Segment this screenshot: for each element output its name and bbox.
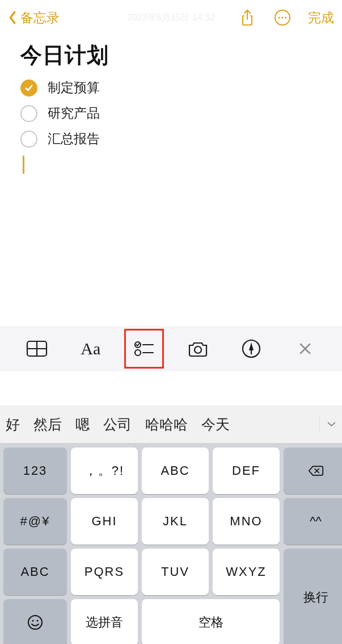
key-abc-mode[interactable]: ABC bbox=[3, 549, 67, 595]
key-space[interactable]: 空格 bbox=[142, 599, 280, 644]
checkbox-checked[interactable] bbox=[20, 80, 37, 97]
checklist-button[interactable] bbox=[129, 333, 159, 364]
svg-point-19 bbox=[28, 616, 42, 629]
markup-icon bbox=[242, 339, 261, 358]
suggestions-expand-button[interactable] bbox=[319, 416, 336, 433]
note-title[interactable]: 今日计划 bbox=[20, 41, 322, 70]
key-jkl[interactable]: JKL bbox=[142, 498, 209, 545]
checkbox-unchecked[interactable] bbox=[20, 105, 37, 122]
back-button[interactable]: 备忘录 bbox=[8, 9, 60, 27]
key-caret[interactable]: ^^ bbox=[284, 498, 342, 545]
suggestion[interactable]: 然后 bbox=[33, 415, 62, 434]
table-icon bbox=[26, 340, 48, 357]
svg-point-20 bbox=[32, 620, 34, 622]
svg-point-2 bbox=[278, 16, 280, 18]
suggestion[interactable]: 公司 bbox=[103, 415, 132, 434]
checklist-item-label[interactable]: 汇总报告 bbox=[48, 130, 100, 148]
checklist-icon bbox=[134, 340, 154, 357]
key-emoji[interactable] bbox=[3, 599, 67, 644]
key-def[interactable]: DEF bbox=[213, 448, 280, 494]
share-button[interactable] bbox=[238, 8, 257, 27]
key-backspace[interactable] bbox=[284, 448, 342, 494]
checklist-item-label[interactable]: 研究产品 bbox=[48, 104, 100, 122]
checkbox-unchecked[interactable] bbox=[20, 131, 37, 148]
camera-button[interactable] bbox=[183, 333, 213, 364]
chevron-down-icon bbox=[327, 420, 336, 428]
more-button[interactable] bbox=[273, 8, 292, 27]
key-wxyz[interactable]: WXYZ bbox=[213, 549, 280, 595]
suggestion[interactable]: 好 bbox=[6, 415, 20, 434]
emoji-icon bbox=[27, 614, 43, 630]
keyboard: 123 ，。?! ABC DEF #@¥ GHI JKL MNO ^^ ABC … bbox=[0, 443, 342, 644]
key-tuv[interactable]: TUV bbox=[142, 549, 209, 595]
textformat-icon: Aa bbox=[81, 339, 100, 358]
checklist-item[interactable]: 汇总报告 bbox=[20, 130, 322, 148]
suggestion[interactable]: 嗯 bbox=[75, 415, 90, 434]
note-body[interactable]: 今日计划 制定预算 研究产品 汇总报告 bbox=[0, 35, 342, 174]
svg-point-21 bbox=[37, 620, 39, 622]
key-pinyin-select[interactable]: 选拼音 bbox=[71, 599, 138, 644]
textformat-button[interactable]: Aa bbox=[75, 333, 106, 364]
svg-point-12 bbox=[195, 346, 201, 353]
markup-button[interactable] bbox=[236, 333, 267, 364]
suggestion[interactable]: 哈哈哈 bbox=[145, 415, 188, 434]
checklist-item-label[interactable]: 制定预算 bbox=[48, 79, 100, 97]
format-toolbar: Aa bbox=[0, 326, 342, 371]
svg-point-4 bbox=[285, 16, 286, 18]
svg-point-3 bbox=[281, 16, 283, 18]
share-icon bbox=[240, 9, 255, 26]
suggestion[interactable]: 今天 bbox=[201, 415, 230, 434]
key-abc2[interactable]: ABC bbox=[142, 448, 209, 494]
checklist-item[interactable]: 制定预算 bbox=[20, 79, 322, 97]
note-timestamp: 2023年5月15日 14:32 bbox=[127, 12, 215, 24]
done-button[interactable]: 完成 bbox=[308, 9, 334, 27]
table-button[interactable] bbox=[22, 333, 52, 364]
camera-icon bbox=[187, 340, 209, 357]
checklist-item[interactable]: 研究产品 bbox=[20, 104, 322, 122]
chevron-left-icon bbox=[8, 11, 17, 24]
key-return[interactable]: 换行 bbox=[284, 549, 342, 644]
key-ghi[interactable]: GHI bbox=[71, 498, 138, 545]
ellipsis-circle-icon bbox=[274, 9, 291, 26]
text-cursor bbox=[23, 156, 24, 174]
key-punct[interactable]: ，。?! bbox=[71, 448, 138, 494]
navbar: 备忘录 2023年5月15日 14:32 完成 bbox=[0, 0, 342, 35]
svg-point-10 bbox=[135, 350, 141, 356]
key-123[interactable]: 123 bbox=[3, 448, 67, 494]
close-icon bbox=[298, 342, 312, 356]
key-mno[interactable]: MNO bbox=[213, 498, 280, 545]
key-pqrs[interactable]: PQRS bbox=[71, 549, 138, 595]
backspace-icon bbox=[308, 463, 324, 479]
keyboard-suggestions: 好 然后 嗯 公司 哈哈哈 今天 bbox=[0, 405, 342, 443]
back-label: 备忘录 bbox=[20, 9, 60, 27]
close-toolbar-button[interactable] bbox=[290, 333, 320, 364]
key-symbols[interactable]: #@¥ bbox=[3, 498, 67, 545]
